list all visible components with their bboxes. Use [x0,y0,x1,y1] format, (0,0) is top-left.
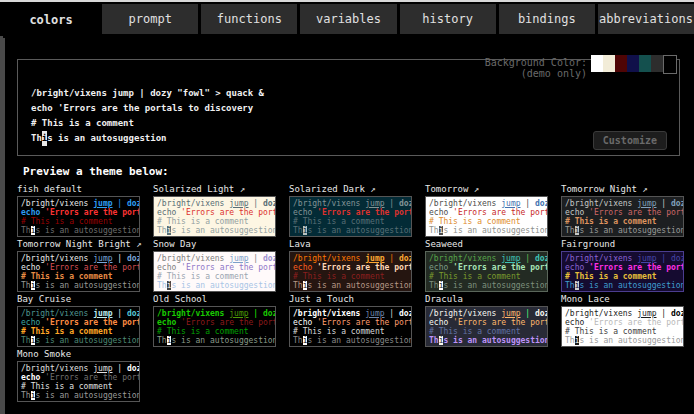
tab-prompt[interactable]: prompt [102,4,198,34]
theme-name: Just a Touch [289,293,412,305]
theme-name-text: Dracula [425,294,463,304]
token-autosug: s is an autosuggestion [35,391,140,400]
theme-name-text: Solarized Light [153,184,234,194]
preview-line-1: /bright/vixens jump | dozy "fowl" > quac… [429,309,544,318]
theme-terminal-preview: /bright/vixens jump | dozy "fowl" > quac… [17,251,140,292]
token-comment: # This is a comment [157,327,249,336]
bg-swatch-dark-red[interactable] [615,55,627,72]
theme-name-text: Bay Cruise [17,294,71,304]
token-autosug: Th [293,226,303,235]
theme-card-tomorrow-night-bright[interactable]: Tomorrow Night Bright ↗/bright/vixens ju… [17,238,140,292]
preview-line-1: /bright/vixens jump | dozy "fowl" > quac… [429,254,544,263]
token-string: 'Errors are the portals to discovery [45,208,140,217]
bg-swatch-navy[interactable] [627,55,639,72]
token-comment: # This is a comment [429,217,521,226]
token-dozy: dozy [127,364,140,373]
token-autosug: s is an autosuggestion [171,336,276,345]
token-pipe: | [385,199,399,208]
token-dozy: dozy [263,199,276,208]
theme-card-mono-lace[interactable]: Mono Lace/bright/vixens jump | dozy "fow… [561,293,684,347]
token-dozy: dozy [127,199,140,208]
theme-card-just-a-touch[interactable]: Just a Touch/bright/vixens jump | dozy "… [289,293,412,347]
tab-colors[interactable]: colors [3,4,99,38]
preview-line-1: /bright/vixens jump | dozy "fowl" > quac… [157,254,272,263]
token-comment: # This is a comment [429,272,521,281]
theme-card-bay-cruise[interactable]: Bay Cruise/bright/vixens jump | dozy "fo… [17,293,140,347]
external-link-icon: ↗ [468,184,479,194]
preview-line-4: This is an autosuggestion [293,226,408,235]
token-path: /bright/vixens [157,309,229,318]
tab-abbreviations[interactable]: abbreviations [598,4,694,34]
bg-swatch-teal[interactable] [639,55,651,72]
preview-line-3: # This is a comment [429,217,544,226]
customize-button[interactable]: Customize [593,131,667,150]
token-dozy: dozy [399,309,412,318]
theme-terminal-preview: /bright/vixens jump | dozy "fowl" > quac… [17,196,140,237]
theme-terminal-preview: /bright/vixens jump | dozy "fowl" > quac… [425,196,548,237]
token-comment: # This is a comment [565,272,657,281]
token-string: 'Errors are the portals to discovery [317,208,412,217]
external-link-icon: ↗ [234,184,245,194]
token-autosug: s is an autosuggestion [171,226,276,235]
theme-card-dracula[interactable]: Dracula/bright/vixens jump | dozy "fowl"… [425,293,548,347]
token-autosug: Th [565,226,575,235]
token-string: 'Errors are the portals to discovery [45,263,140,272]
theme-terminal-preview: /bright/vixens jump | dozy "fowl" > quac… [153,196,276,237]
theme-name: Tomorrow ↗ [425,183,548,195]
token-echo: echo [21,263,45,272]
theme-name-text: Mono Smoke [17,349,71,359]
preview-line-2: echo 'Errors are the portals to discover… [293,318,408,327]
token-path: /bright/vixens [293,309,365,318]
bg-swatch-black[interactable] [663,55,677,74]
tab-history[interactable]: history [400,4,496,34]
token-comment: # This is a comment [293,217,385,226]
token-autosug: Th [293,281,303,290]
token-path: /bright/vixens [293,199,365,208]
theme-card-seaweed[interactable]: Seaweed/bright/vixens jump | dozy "fowl"… [425,238,548,292]
preview-line-4: This is an autosuggestion [429,336,544,345]
theme-card-fairground[interactable]: Fairground/bright/vixens jump | dozy "fo… [561,238,684,292]
preview-theme-heading: Preview a theme below: [23,165,169,178]
preview-line-4: This is an autosuggestion [157,281,272,290]
theme-card-old-school[interactable]: Old School/bright/vixens jump | dozy "fo… [153,293,276,347]
theme-card-snow-day[interactable]: Snow Day/bright/vixens jump | dozy "fowl… [153,238,276,292]
preview-line-2: echo 'Errors are the portals to discover… [21,318,136,327]
token-string: 'Errors are the portals to discovery [453,318,548,327]
token-string: 'Errors are the portals to discovery [453,208,548,217]
token-autosug: Th [157,281,167,290]
theme-name: Lava [289,238,412,250]
tab-bindings[interactable]: bindings [499,4,595,34]
theme-name: Fairground [561,238,684,250]
token-echo: echo [565,208,589,217]
theme-terminal-preview: /bright/vixens jump | dozy "fowl" > quac… [425,251,548,292]
theme-name: Seaweed [425,238,548,250]
theme-card-mono-smoke[interactable]: Mono Smoke/bright/vixens jump | dozy "fo… [17,348,140,402]
autosuggestion-text: s is an autosuggestion [47,133,166,143]
token-comment: # This is a comment [293,272,385,281]
terminal-line-1: /bright/vixens jump | dozy "fowl" > quac… [31,86,264,101]
token-pipe: | [113,199,127,208]
theme-card-solarized-light[interactable]: Solarized Light ↗/bright/vixens jump | d… [153,183,276,237]
external-link-icon: ↗ [131,239,142,249]
theme-card-solarized-dark[interactable]: Solarized Dark ↗/bright/vixens jump | do… [289,183,412,237]
theme-terminal-preview: /bright/vixens jump | dozy "fowl" > quac… [289,251,412,292]
theme-card-lava[interactable]: Lava/bright/vixens jump | dozy "fowl" > … [289,238,412,292]
theme-card-fish-default[interactable]: fish default/bright/vixens jump | dozy "… [17,183,140,237]
token-path: /bright/vixens [21,199,93,208]
token-path: /bright/vixens [565,254,637,263]
tab-variables[interactable]: variables [300,4,396,34]
token-autosug: Th [565,281,575,290]
theme-card-tomorrow-night[interactable]: Tomorrow Night ↗/bright/vixens jump | do… [561,183,684,237]
token-dozy: dozy [535,309,548,318]
bg-swatch-white[interactable] [591,55,603,72]
bg-swatch-charcoal[interactable] [651,55,663,72]
token-jump: jump [501,309,520,318]
preview-line-4: This is an autosuggestion [21,281,136,290]
theme-card-tomorrow[interactable]: Tomorrow ↗/bright/vixens jump | dozy "fo… [425,183,548,237]
token-pipe: | [521,254,535,263]
preview-line-2: echo 'Errors are the portals to discover… [565,263,680,272]
tab-functions[interactable]: functions [201,4,297,34]
preview-line-1: /bright/vixens jump | dozy "fowl" > quac… [429,199,544,208]
token-autosug: s is an autosuggestion [307,336,412,345]
bg-swatch-cream[interactable] [603,55,615,72]
